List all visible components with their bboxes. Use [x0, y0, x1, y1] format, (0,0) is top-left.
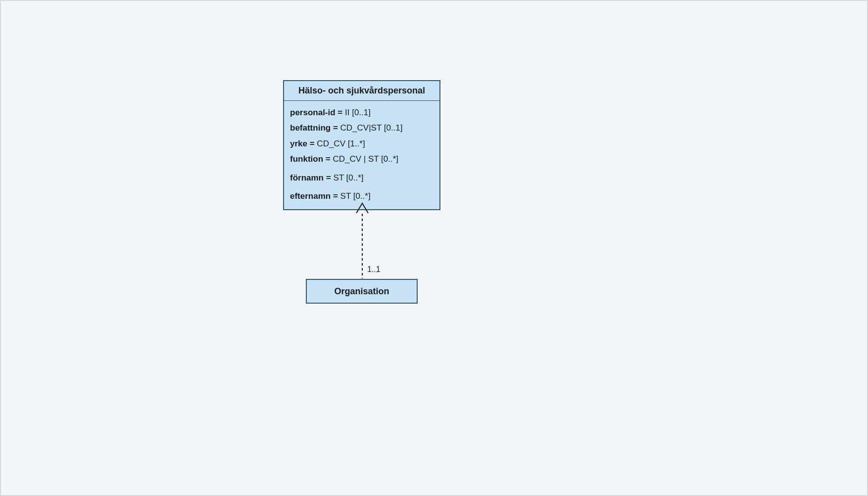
uml-attr: yrke = CD_CV [1..*] — [290, 136, 434, 151]
attr-name: befattning = — [290, 123, 340, 133]
attr-name: funktion = — [290, 154, 333, 164]
attr-value: CD_CV | ST [0..*] — [333, 154, 398, 164]
attr-value: CD_CV|ST [0..1] — [340, 123, 403, 133]
uml-attr: personal-id = II [0..1] — [290, 105, 434, 120]
attr-name: yrke = — [290, 139, 315, 148]
multiplicity-label: 1..1 — [367, 265, 381, 274]
attr-name: personal-id = — [290, 108, 342, 117]
uml-class-title: Organisation — [334, 286, 389, 297]
attr-name: förnamn = — [290, 173, 333, 182]
uml-attr: efternamn = ST [0..*] — [290, 188, 434, 204]
uml-attr: förnamn = ST [0..*] — [290, 170, 434, 185]
attr-value: ST [0..*] — [333, 173, 363, 182]
uml-class-body: personal-id = II [0..1] befattning = CD_… — [284, 101, 439, 209]
uml-attr: befattning = CD_CV|ST [0..1] — [290, 120, 434, 135]
uml-attr: funktion = CD_CV | ST [0..*] — [290, 151, 434, 167]
attr-value: CD_CV [1..*] — [315, 139, 365, 148]
uml-class-organisation: Organisation — [306, 279, 418, 304]
uml-class-halso: Hälso- och sjukvårdspersonal personal-id… — [283, 80, 440, 210]
uml-class-title: Hälso- och sjukvårdspersonal — [284, 81, 439, 101]
attr-value: ST [0..*] — [338, 191, 371, 201]
attr-name: efternamn = — [290, 191, 338, 201]
attr-value: II [0..1] — [342, 108, 371, 117]
